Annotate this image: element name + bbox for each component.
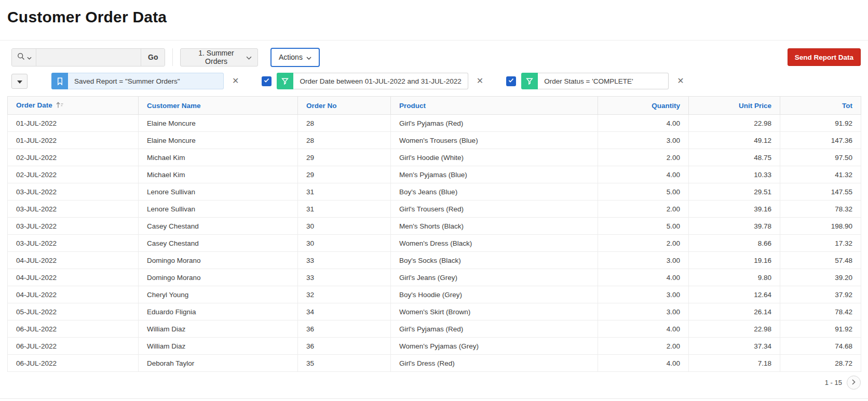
saved-report-select[interactable]: 1. Summer Orders: [180, 48, 258, 66]
table-cell: 04-JUL-2022: [8, 252, 139, 269]
table-cell: 147.36: [780, 132, 861, 149]
table-row[interactable]: 04-JUL-2022Domingo Morano33Boy's Socks (…: [8, 252, 861, 269]
saved-report-select-value: 1. Summer Orders: [186, 49, 246, 65]
search-options-button[interactable]: [12, 49, 36, 66]
filter-chip-order-status[interactable]: Order Status = 'COMPLETE': [521, 73, 669, 89]
table-cell: Girl's Pyjamas (Red): [391, 115, 598, 132]
table-cell: 74.68: [780, 338, 861, 355]
column-header-label: Quantity: [652, 102, 680, 110]
table-cell: Men's Shorts (Black): [391, 218, 598, 235]
table-cell: 03-JUL-2022: [8, 200, 139, 218]
chevron-down-icon: [246, 53, 252, 61]
table-cell: 97.50: [780, 149, 861, 166]
column-header-quantity[interactable]: Quantity: [598, 97, 689, 115]
table-cell: Michael Kim: [139, 149, 298, 166]
search-icon: [17, 52, 25, 62]
table-cell: William Diaz: [139, 320, 298, 338]
column-header-unit-price[interactable]: Unit Price: [689, 97, 780, 115]
filter-funnel-icon: [521, 73, 538, 89]
table-row[interactable]: 03-JUL-2022Lenore Sullivan31Boy's Jeans …: [8, 183, 861, 200]
table-cell: Boy's Socks (Black): [391, 252, 598, 269]
column-header-order-no[interactable]: Order No: [298, 97, 391, 115]
table-cell: 30: [298, 235, 391, 252]
remove-filter-order-status-button[interactable]: ✕: [676, 76, 685, 86]
table-cell: Men's Pyjamas (Blue): [391, 166, 598, 183]
table-row[interactable]: 06-JUL-2022Deborah Taylor35Girl's Dress …: [8, 355, 861, 372]
remove-saved-report-button[interactable]: ✕: [231, 76, 240, 86]
table-cell: 3.00: [598, 132, 689, 149]
table-row[interactable]: 06-JUL-2022William Diaz36Women's Pyjamas…: [8, 338, 861, 355]
filter-bar: Saved Report = "Summer Orders" ✕ Order D…: [0, 71, 868, 96]
table-cell: 10.33: [689, 166, 780, 183]
column-header-label: Order Date: [16, 101, 52, 109]
table-cell: Domingo Morano: [139, 269, 298, 286]
actions-button-label: Actions: [279, 53, 303, 61]
column-header-label: Unit Price: [739, 102, 771, 110]
table-cell: 02-JUL-2022: [8, 149, 139, 166]
table-cell: 41.32: [780, 166, 861, 183]
table-row[interactable]: 02-JUL-2022Michael Kim29Girl's Hoodie (W…: [8, 149, 861, 166]
column-header-product[interactable]: Product: [391, 97, 598, 115]
column-header-customer-name[interactable]: Customer Name: [139, 97, 298, 115]
table-cell: 30: [298, 218, 391, 235]
remove-filter-order-date-button[interactable]: ✕: [476, 76, 484, 86]
column-header-tot[interactable]: Tot: [780, 97, 861, 115]
table-cell: Girl's Hoodie (White): [391, 149, 598, 166]
go-button[interactable]: Go: [141, 49, 165, 66]
table-row[interactable]: 04-JUL-2022Cheryl Young32Boy's Hoodie (G…: [8, 286, 861, 303]
table-cell: 49.12: [689, 132, 780, 149]
column-header-label: Customer Name: [147, 102, 201, 110]
filter-checkbox-order-date[interactable]: [262, 76, 272, 86]
filters-collapse-button[interactable]: [11, 74, 28, 89]
table-row[interactable]: 03-JUL-2022Casey Chestand30Men's Shorts …: [8, 218, 861, 235]
table-row[interactable]: 03-JUL-2022Lenore Sullivan31Girl's Trous…: [8, 200, 861, 218]
table-row[interactable]: 02-JUL-2022Michael Kim29Men's Pyjamas (B…: [8, 166, 861, 183]
table-cell: Lenore Sullivan: [139, 200, 298, 218]
filter-chip-label: Order Status = 'COMPLETE': [538, 73, 669, 89]
table-cell: 22.98: [689, 115, 780, 132]
table-cell: 06-JUL-2022: [8, 320, 139, 338]
send-report-data-button[interactable]: Send Report Data: [788, 48, 861, 66]
table-cell: Girl's Pyjamas (Red): [391, 320, 598, 338]
column-header-order-date[interactable]: Order Date: [8, 97, 139, 115]
table-cell: 78.42: [780, 303, 861, 320]
table-cell: 28: [298, 132, 391, 149]
table-cell: 39.20: [780, 269, 861, 286]
table-row[interactable]: 01-JUL-2022Elaine Moncure28Girl's Pyjama…: [8, 115, 861, 132]
search-input[interactable]: [36, 49, 141, 66]
table-cell: 29.51: [689, 183, 780, 200]
page-title: Customer Order Data: [0, 0, 868, 40]
pagination-range: 1 - 15: [825, 379, 842, 386]
table-row[interactable]: 05-JUL-2022Eduardo Flignia34Women's Skir…: [8, 303, 861, 320]
table-row[interactable]: 01-JUL-2022Elaine Moncure28Women's Trous…: [8, 132, 861, 149]
table-cell: 19.16: [689, 252, 780, 269]
filter-chip-order-date[interactable]: Order Date between 01-JUL-2022 and 31-JU…: [277, 73, 468, 89]
saved-report-chip[interactable]: Saved Report = "Summer Orders": [51, 73, 224, 89]
table-cell: 4.00: [598, 320, 689, 338]
table-cell: 91.92: [780, 115, 861, 132]
table-cell: Deborah Taylor: [139, 355, 298, 372]
table-cell: 17.32: [780, 235, 861, 252]
table-cell: 3.00: [598, 286, 689, 303]
table-row[interactable]: 03-JUL-2022Casey Chestand30Women's Dress…: [8, 235, 861, 252]
table-row[interactable]: 04-JUL-2022Domingo Morano33Girl's Jeans …: [8, 269, 861, 286]
table-cell: 5.00: [598, 183, 689, 200]
filter-funnel-icon: [277, 73, 293, 89]
table-row[interactable]: 06-JUL-2022William Diaz36Girl's Pyjamas …: [8, 320, 861, 338]
table-cell: 4.00: [598, 355, 689, 372]
table-cell: 9.80: [689, 269, 780, 286]
table-cell: 04-JUL-2022: [8, 286, 139, 303]
next-page-button[interactable]: [847, 376, 861, 390]
table-cell: Elaine Moncure: [139, 132, 298, 149]
table-cell: 01-JUL-2022: [8, 132, 139, 149]
table-cell: Michael Kim: [139, 166, 298, 183]
table-cell: 29: [298, 166, 391, 183]
filter-chip-label: Order Date between 01-JUL-2022 and 31-JU…: [293, 73, 468, 89]
table-cell: 8.66: [689, 235, 780, 252]
table-cell: 36: [298, 320, 391, 338]
filter-checkbox-order-status[interactable]: [506, 76, 516, 86]
table-cell: 2.00: [598, 149, 689, 166]
actions-button[interactable]: Actions: [270, 48, 320, 67]
table-cell: Women's Trousers (Blue): [391, 132, 598, 149]
table-cell: Girl's Jeans (Grey): [391, 269, 598, 286]
